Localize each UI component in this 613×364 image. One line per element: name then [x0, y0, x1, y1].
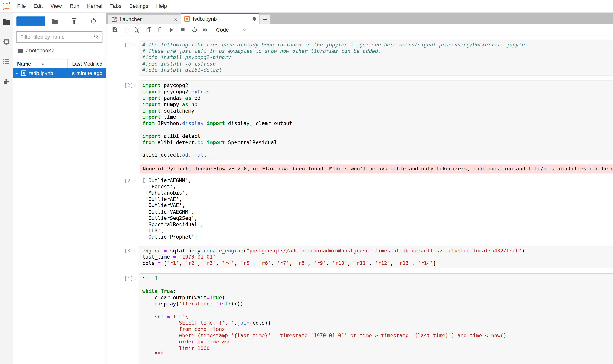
- code-line: from IPython.display import display, cle…: [142, 120, 612, 127]
- notebook-icon: [20, 70, 27, 76]
- menu-item-edit[interactable]: Edit: [30, 0, 47, 13]
- run-icon[interactable]: [166, 25, 177, 34]
- code-line: # These are just left in as examples to …: [142, 48, 612, 54]
- code-line: [142, 146, 612, 152]
- column-header-last-modified[interactable]: Last Modified: [68, 59, 106, 68]
- code-line: import numpy as np: [142, 101, 612, 108]
- code-line: [142, 358, 612, 364]
- stop-icon[interactable]: [177, 25, 188, 34]
- extension-manager-icon[interactable]: [1, 77, 12, 85]
- refresh-icon[interactable]: [88, 16, 99, 26]
- code-line: #!pip install psycopg2-binary: [142, 54, 612, 61]
- close-icon[interactable]: ×: [174, 17, 177, 22]
- jupyter-logo-icon: [0, 1, 13, 11]
- tab-label: Launcher: [120, 16, 171, 22]
- code-line: engine = sqlalchemy.create_engine("postg…: [142, 247, 612, 254]
- code-line: last_time = "1970-01-01": [142, 254, 612, 260]
- menu-item-help[interactable]: Help: [152, 0, 171, 13]
- output-text: ['OutlierAEGMM', 'IForest', 'Mahalanobis…: [140, 176, 613, 240]
- stderr-warning: None of PyTorch, TensorFlow >= 2.0, or F…: [140, 165, 613, 173]
- code-line: cols = ['r1', 'r2', 'r3', 'r4', 'r5', 'r…: [142, 260, 612, 267]
- column-header-name[interactable]: Name ▲: [13, 59, 68, 68]
- running-sessions-icon[interactable]: [1, 38, 12, 45]
- jupyterlab-window: FileEditViewRunKernelTabsSettingsHelp: [0, 0, 613, 364]
- menu-item-run[interactable]: Run: [66, 0, 83, 13]
- code-line: 'OutlierSeq2Seq',: [142, 215, 613, 221]
- filter-files-input[interactable]: [20, 34, 94, 40]
- cell-list: [1]:# The following libraries have alrea…: [106, 40, 613, 364]
- activity-bar: [0, 13, 13, 364]
- input-prompt: [3]:: [106, 246, 140, 268]
- output-area: [2]:['OutlierAEGMM', 'IForest', 'Mahalan…: [106, 176, 613, 240]
- home-folder-icon[interactable]: [18, 48, 24, 53]
- menu-item-kernel[interactable]: Kernel: [83, 0, 106, 13]
- code-line: from alibi_detect.od import SpectralResi…: [142, 139, 612, 146]
- code-line: alibi_detect.od.__all__: [142, 152, 612, 158]
- main-dock-panel: Launcher × tsdb.ipynb: [106, 13, 613, 364]
- menu-item-file[interactable]: File: [13, 0, 30, 13]
- paste-icon[interactable]: [154, 25, 166, 34]
- save-icon[interactable]: [109, 25, 121, 34]
- code-line: import pandas as pd: [142, 95, 612, 101]
- code-line: [142, 307, 612, 313]
- sort-ascending-icon: ▲: [41, 62, 44, 65]
- notebook-scroll-area[interactable]: [1]:# The following libraries have alrea…: [106, 36, 613, 364]
- file-browser-folder-icon[interactable]: [1, 18, 12, 26]
- cell-editor[interactable]: import psycopg2import psycopg2.extrasimp…: [140, 80, 613, 160]
- copy-icon[interactable]: [143, 25, 154, 34]
- cell-type-value: Code: [216, 27, 229, 33]
- file-list-header: Name ▲ Last Modified: [13, 59, 106, 68]
- tab-tsdb-ipynb[interactable]: tsdb.ipynb: [181, 13, 259, 24]
- cell-editor[interactable]: engine = sqlalchemy.create_engine("postg…: [140, 246, 613, 268]
- code-line: """: [142, 351, 612, 358]
- upload-icon[interactable]: [69, 16, 80, 26]
- menu-item-tabs[interactable]: Tabs: [106, 0, 125, 13]
- cell-type-dropdown[interactable]: Code: [216, 27, 247, 33]
- input-prompt: [*]:: [106, 273, 140, 364]
- code-line: 'OutlierAE',: [142, 196, 613, 203]
- tab-launcher[interactable]: Launcher ×: [108, 14, 181, 24]
- file-row-tsdb-ipynb[interactable]: • tsdb.ipynb a minute ago: [13, 68, 106, 78]
- code-line: # The following libraries have already b…: [142, 42, 612, 48]
- code-line: 'OutlierVAE',: [142, 203, 613, 209]
- tab-bar: Launcher × tsdb.ipynb: [106, 13, 613, 24]
- code-line: 'OutlierProphet']: [142, 234, 613, 240]
- new-folder-icon[interactable]: [50, 16, 60, 26]
- code-line: from conditions: [142, 326, 612, 333]
- new-tab-button[interactable]: [260, 14, 270, 24]
- code-line: [142, 282, 612, 288]
- breadcrumb-path[interactable]: / notebook /: [26, 48, 54, 53]
- code-line: import psycopg2: [142, 82, 612, 89]
- code-line: display('Iteration: '+str(i)): [142, 301, 612, 307]
- new-launcher-plus-button[interactable]: [16, 16, 45, 26]
- code-cell: [*]:i = 1 while True: clear_output(wait=…: [106, 273, 613, 364]
- menu-item-view[interactable]: View: [47, 0, 66, 13]
- code-line: 'SpectralResidual',: [142, 221, 613, 228]
- file-modified: a minute ago: [72, 70, 102, 76]
- cell-editor[interactable]: # The following libraries have already b…: [140, 40, 613, 75]
- code-line: import psycopg2.extras: [142, 89, 612, 95]
- code-line: import sqlalchemy: [142, 108, 612, 114]
- menu-item-settings[interactable]: Settings: [125, 0, 152, 13]
- code-line: import alibi_detect: [142, 133, 612, 139]
- add-cell-icon[interactable]: [121, 25, 132, 34]
- cell-editor[interactable]: i = 1 while True: clear_output(wait=True…: [140, 273, 613, 364]
- code-cell: [3]:engine = sqlalchemy.create_engine("p…: [106, 246, 613, 268]
- table-of-contents-icon[interactable]: [1, 57, 12, 65]
- code-line: 'IForest',: [142, 183, 613, 190]
- restart-run-all-icon[interactable]: [200, 25, 211, 34]
- dirty-dot-icon[interactable]: [253, 17, 256, 21]
- code-line: SELECT time, {', '.join(cols)}: [142, 320, 612, 326]
- restart-kernel-icon[interactable]: [188, 25, 200, 34]
- output-prompt: [2]:: [106, 176, 140, 240]
- chevron-down-icon: [242, 27, 247, 32]
- code-line: #!pip install -U tsfresh: [142, 61, 612, 67]
- notebook-icon: [184, 16, 190, 22]
- menu-bar: FileEditViewRunKernelTabsSettingsHelp: [0, 0, 613, 13]
- code-line: i = 1: [142, 275, 612, 282]
- code-line: limit 1000: [142, 345, 612, 351]
- code-line: order by time asc: [142, 339, 612, 345]
- code-cell: [2]:import psycopg2import psycopg2.extra…: [106, 80, 613, 160]
- cut-icon[interactable]: [132, 25, 143, 34]
- notebook-toolbar: Code: [106, 24, 613, 36]
